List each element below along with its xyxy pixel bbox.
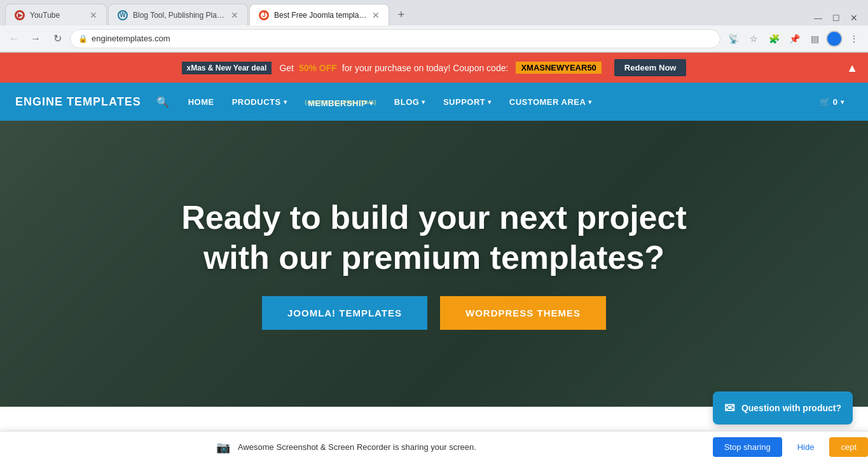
sharing-notification-bar: 📷 Awesome Screenshot & Screen Recorder i… [0, 431, 868, 462]
chat-label: Question with product? [741, 403, 841, 413]
sharing-icon: 📷 [216, 440, 230, 454]
tab-youtube-label: YouTube [30, 11, 85, 20]
nav-item-products[interactable]: PRODUCTS ▾ [223, 83, 296, 121]
url-text: enginetemplates.com [92, 34, 712, 43]
close-button[interactable]: ✕ [850, 13, 858, 23]
extensions-button[interactable]: 🧩 [765, 30, 783, 48]
promo-redeem-button[interactable]: Redeem Now [614, 59, 687, 76]
sidebar-button[interactable]: ▤ [806, 30, 823, 48]
wordpress-icon: W [118, 10, 128, 20]
promo-close-button[interactable]: ▲ [846, 61, 858, 74]
nav-membership-subtitle: (ACCESS ALL PRO ITEMS) [305, 99, 376, 105]
nav-search-icon[interactable]: 🔍 [156, 96, 169, 108]
back-button[interactable]: ← [5, 30, 23, 48]
support-chevron: ▾ [488, 99, 492, 105]
promo-banner: xMas & New Year deal Get 50% OFF for you… [0, 53, 868, 83]
minimize-button[interactable]: — [814, 13, 822, 23]
address-bar[interactable]: 🔒 enginetemplates.com [70, 29, 720, 48]
forward-button[interactable]: → [27, 30, 45, 48]
cart-count: 0 [833, 97, 838, 107]
reload-button[interactable]: ↻ [48, 30, 66, 48]
sharing-message: Awesome Screenshot & Screen Recorder is … [238, 442, 705, 452]
nav-item-blog[interactable]: BLOG ▾ [385, 83, 434, 121]
promo-message-pre: Get [279, 63, 294, 73]
nav-links: HOME PRODUCTS ▾ MEMBERSHIP ▾ (ACCESS ALL… [179, 83, 811, 121]
extensions-pin-button[interactable]: 📌 [785, 30, 803, 48]
hero-title-line2: with our premium templates? [203, 239, 665, 276]
tab-joomla[interactable]: J Best Free Joomla templates | Pro... ✕ [249, 4, 389, 25]
nav-item-customer-area[interactable]: CUSTOMER AREA ▾ [500, 83, 601, 121]
nav-home-label: HOME [188, 97, 214, 107]
blog-chevron: ▾ [422, 99, 425, 105]
nav-item-home[interactable]: HOME [179, 83, 223, 121]
nav-products-label: PRODUCTS [232, 97, 281, 107]
lock-icon: 🔒 [78, 34, 88, 43]
website-content: xMas & New Year deal Get 50% OFF for you… [0, 53, 868, 462]
profile-button[interactable] [826, 31, 843, 47]
chat-icon: ✉ [724, 400, 735, 416]
tab-wordpress-close[interactable]: ✕ [231, 10, 238, 20]
tab-bar: ▶ YouTube ✕ W Blog Tool, Publishing Plat… [0, 0, 868, 25]
promo-off-text: 50% OFF [299, 63, 337, 73]
accept-button[interactable]: cept [829, 437, 868, 457]
nav-customer-area-label: CUSTOMER AREA [509, 97, 586, 107]
hero-section: Ready to build your next project with ou… [0, 121, 868, 407]
promo-message-mid: for your purchase on today! Coupon code: [342, 63, 509, 73]
nav-item-membership[interactable]: MEMBERSHIP ▾ (ACCESS ALL PRO ITEMS) [296, 83, 385, 121]
cart-icon: 🛒 [820, 97, 830, 107]
site-logo[interactable]: ENGINE TEMPLATES [15, 95, 141, 109]
hero-title: Ready to build your next project with ou… [181, 198, 687, 277]
bookmark-button[interactable]: ☆ [745, 30, 762, 48]
maximize-button[interactable]: ☐ [832, 13, 840, 23]
stop-sharing-button[interactable]: Stop sharing [713, 437, 782, 457]
hero-buttons: JOOMLA! TEMPLATES WORDPRESS THEMES [181, 296, 687, 330]
promo-coupon: XMASNEWYEAR50 [516, 62, 601, 74]
tab-wordpress[interactable]: W Blog Tool, Publishing Platform, a... ✕ [108, 4, 248, 25]
tab-wordpress-label: Blog Tool, Publishing Platform, a... [133, 11, 226, 20]
site-navigation: ENGINE TEMPLATES 🔍 HOME PRODUCTS ▾ MEMBE… [0, 83, 868, 121]
browser-toolbar: ← → ↻ 🔒 enginetemplates.com 📡 ☆ 🧩 📌 ▤ ⋮ [0, 25, 868, 52]
nav-cart[interactable]: 🛒 0 ▾ [811, 83, 853, 121]
hero-title-line1: Ready to build your next project [181, 199, 687, 236]
tab-youtube[interactable]: ▶ YouTube ✕ [5, 4, 107, 25]
browser-actions: 📡 ☆ 🧩 📌 ▤ ⋮ [724, 30, 863, 48]
tab-youtube-close[interactable]: ✕ [90, 10, 97, 20]
nav-support-label: SUPPORT [443, 97, 485, 107]
promo-deal-badge: xMas & New Year deal [182, 62, 272, 74]
products-chevron: ▾ [284, 99, 287, 105]
joomla-templates-button[interactable]: JOOMLA! TEMPLATES [262, 296, 427, 330]
youtube-icon: ▶ [15, 10, 25, 20]
tab-joomla-close[interactable]: ✕ [372, 10, 380, 20]
hero-content: Ready to build your next project with ou… [181, 198, 687, 330]
joomla-icon: J [259, 10, 269, 20]
browser-chrome: ▶ YouTube ✕ W Blog Tool, Publishing Plat… [0, 0, 868, 53]
nav-item-support[interactable]: SUPPORT ▾ [434, 83, 500, 121]
cast-button[interactable]: 📡 [724, 30, 742, 48]
new-tab-button[interactable]: + [390, 4, 412, 25]
hide-button[interactable]: Hide [790, 437, 822, 457]
tab-joomla-label: Best Free Joomla templates | Pro... [274, 11, 367, 20]
chat-widget[interactable]: ✉ Question with product? [713, 391, 853, 425]
customer-area-chevron: ▾ [588, 99, 592, 105]
wordpress-themes-button[interactable]: WORDPRESS THEMES [440, 296, 606, 330]
menu-button[interactable]: ⋮ [845, 30, 863, 48]
nav-blog-label: BLOG [394, 97, 420, 107]
cart-chevron: ▾ [841, 99, 844, 105]
